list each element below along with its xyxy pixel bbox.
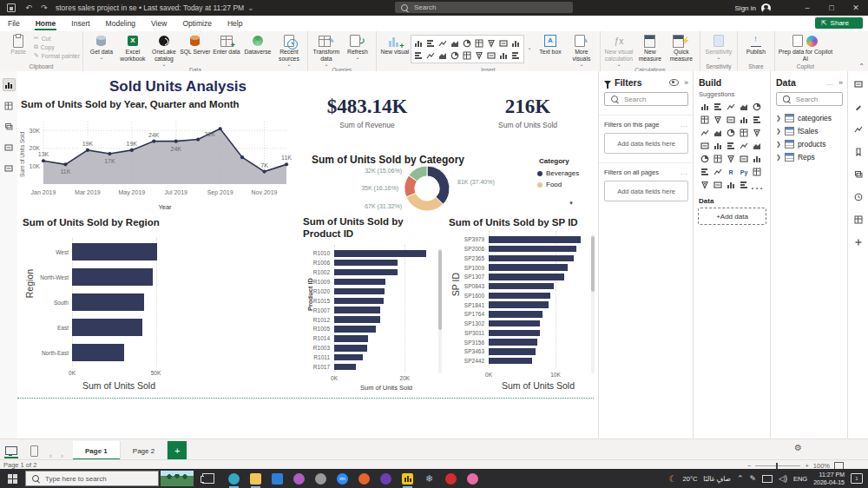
tray-weather-text[interactable]: صافٍ غالبًا: [703, 475, 731, 483]
weather-widget[interactable]: [161, 471, 194, 486]
mobile-view-icon[interactable]: [23, 441, 45, 460]
table-item-fSales[interactable]: ❯fSales: [776, 124, 843, 137]
data-point[interactable]: [240, 155, 244, 159]
table-item-categories[interactable]: ❯categories: [776, 111, 843, 124]
refresh-button[interactable]: ↻ Refresh⌄: [342, 33, 373, 59]
bar[interactable]: [489, 330, 540, 337]
dataverse-button[interactable]: Dataverse: [242, 33, 273, 56]
tmdl-view-icon[interactable]: [3, 162, 16, 175]
paginated-report-icon[interactable]: [725, 179, 737, 191]
zoom-icon[interactable]: zm: [332, 469, 353, 488]
treemap-icon[interactable]: [450, 49, 461, 61]
get-data-button[interactable]: Get data⌄: [86, 33, 117, 59]
map-icon[interactable]: [462, 49, 473, 61]
red-app-icon[interactable]: [440, 469, 462, 488]
data-point[interactable]: [219, 127, 222, 130]
more-visual-types-icon[interactable]: …: [751, 179, 763, 191]
ribbon-chart-icon[interactable]: [712, 127, 724, 139]
bar[interactable]: [334, 345, 367, 352]
stacked-bar-chart-icon[interactable]: [413, 37, 424, 49]
bar[interactable]: [334, 335, 368, 342]
waterfall-chart-icon[interactable]: [725, 127, 737, 139]
filled-map-icon[interactable]: [751, 140, 763, 152]
menu-item-home[interactable]: Home: [28, 16, 64, 30]
data-point[interactable]: [262, 170, 266, 174]
chevron-right-icon[interactable]: ❯: [776, 128, 781, 135]
dax-query-view-icon[interactable]: [3, 141, 16, 154]
donut-chart-icon[interactable]: [437, 49, 449, 61]
chevron-right-icon[interactable]: ❯: [776, 115, 781, 122]
store-icon[interactable]: [266, 469, 288, 488]
bar[interactable]: [489, 301, 549, 308]
donut-slice[interactable]: [427, 166, 450, 204]
legend-scroll-icon[interactable]: ▼: [569, 201, 574, 206]
bar[interactable]: [334, 260, 398, 267]
analytics-pane-icon[interactable]: [854, 122, 863, 137]
paste-button[interactable]: Paste: [3, 33, 34, 56]
settings-gear-icon[interactable]: ⚙: [794, 443, 802, 452]
collapse-ribbon-icon[interactable]: ⌃: [858, 63, 865, 70]
map-icon[interactable]: [738, 140, 750, 152]
excel-workbook-button[interactable]: X Excel workbook: [117, 33, 148, 63]
photos-icon[interactable]: [288, 469, 310, 488]
chart-scrollbar-thumb[interactable]: [438, 250, 442, 330]
100-stacked-bar-chart-icon[interactable]: [462, 37, 473, 49]
bar[interactable]: [72, 344, 124, 361]
stacked-bar-chart-icon[interactable]: [699, 101, 711, 113]
chevron-right-icon[interactable]: ❯: [776, 141, 781, 148]
quick-measure-button[interactable]: ⚡ Quick measure: [666, 33, 697, 63]
area-chart-icon[interactable]: [498, 37, 510, 49]
page-tab-page-1[interactable]: Page 1: [73, 441, 121, 460]
bar[interactable]: [334, 288, 385, 295]
sql-server-button[interactable]: SQL Server: [180, 33, 211, 56]
data-point[interactable]: [152, 140, 155, 143]
sp-bar-chart-visual[interactable]: Sum of Units Sold by SP ID SP ID 0K10KSP…: [447, 215, 595, 401]
legend-item-food[interactable]: Food: [537, 179, 579, 190]
gallery-more-icon[interactable]: ⌄: [527, 46, 531, 49]
data-point[interactable]: [285, 162, 288, 166]
region-bar-chart-visual[interactable]: Sum of Units Sold by Region Region 0K50K…: [19, 215, 227, 399]
bar[interactable]: [489, 264, 568, 271]
100-stacked-bar-chart-icon[interactable]: [751, 101, 763, 113]
sensitivity-button[interactable]: Sensitivity⌄: [703, 33, 734, 59]
bar[interactable]: [489, 320, 540, 327]
chart-scrollbar-thumb[interactable]: [591, 236, 595, 292]
data-point[interactable]: [86, 148, 89, 152]
new-measure-button[interactable]: New measure: [635, 33, 666, 63]
bar[interactable]: [334, 279, 385, 286]
bar[interactable]: [489, 274, 564, 280]
report-view-icon[interactable]: [3, 78, 16, 91]
menu-item-modeling[interactable]: Modeling: [98, 16, 144, 30]
collapse-pane-icon[interactable]: »: [838, 78, 843, 87]
recent-sources-button[interactable]: Recent sources⌄: [273, 33, 305, 66]
bar[interactable]: [334, 269, 398, 276]
format-pane-icon[interactable]: [854, 99, 863, 115]
bar[interactable]: [72, 268, 153, 286]
chart-scrollbar[interactable]: [591, 234, 595, 373]
pink-app-icon[interactable]: [462, 469, 483, 488]
filters-search-input[interactable]: [622, 95, 684, 104]
bar[interactable]: [334, 298, 384, 305]
clustered-bar-chart-icon[interactable]: [725, 101, 737, 113]
legend-item-beverages[interactable]: Beverages: [537, 168, 579, 179]
matrix-icon[interactable]: [712, 166, 724, 178]
text-box-button[interactable]: A Text box: [535, 33, 566, 56]
data-point[interactable]: [63, 162, 67, 166]
undo-icon[interactable]: ↶: [21, 3, 36, 12]
taskbar-search-input[interactable]: [43, 474, 142, 484]
copy-button[interactable]: ⧉Copy: [34, 43, 80, 50]
area-chart-icon[interactable]: [725, 114, 737, 126]
bar[interactable]: [489, 348, 536, 355]
bar[interactable]: [334, 307, 380, 313]
maximize-button[interactable]: □: [819, 0, 844, 16]
filters-search[interactable]: [604, 92, 688, 106]
data-point[interactable]: [42, 159, 45, 162]
menu-item-view[interactable]: View: [143, 16, 174, 30]
table-icon[interactable]: [699, 166, 711, 178]
data-search[interactable]: [776, 92, 843, 106]
title-dropdown-icon[interactable]: ⌄: [247, 3, 253, 12]
share-button[interactable]: ⇱ Share ⌄: [815, 17, 863, 29]
stacked-area-chart-icon[interactable]: [738, 114, 750, 126]
titlebar-search[interactable]: [395, 2, 573, 13]
treemap-icon[interactable]: [725, 140, 737, 152]
